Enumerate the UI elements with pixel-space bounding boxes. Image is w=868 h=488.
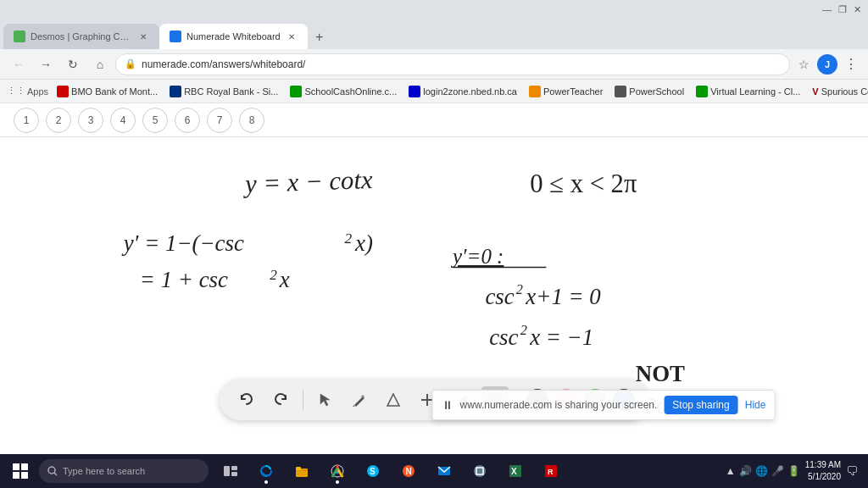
battery-icon[interactable]: 🔋 bbox=[787, 465, 800, 477]
toolbar-sep-1 bbox=[303, 390, 303, 410]
home-button[interactable]: ⌂ bbox=[88, 53, 112, 76]
skype-button[interactable]: S bbox=[356, 456, 390, 486]
svg-text:2: 2 bbox=[520, 322, 527, 338]
bookmark-spurious[interactable]: V Spurious Correlations bbox=[807, 85, 868, 98]
bookmark-powerteacher[interactable]: PowerTeacher bbox=[524, 84, 608, 99]
bookmark-favicon-bmo bbox=[57, 86, 69, 97]
svg-text:2: 2 bbox=[345, 230, 353, 247]
svg-text:NOT: NOT bbox=[636, 361, 685, 386]
chrome-active-dot bbox=[336, 480, 339, 484]
sharing-banner: ⏸ www.numerade.com is sharing your scree… bbox=[432, 390, 776, 420]
system-tray-icons: ▲ 🔊 🌐 🎤 🔋 bbox=[726, 465, 800, 477]
page-tab-4[interactable]: 4 bbox=[110, 108, 136, 133]
tab-favicon-desmos bbox=[14, 30, 25, 42]
lock-icon: 🔒 bbox=[125, 58, 136, 69]
bookmark-rbc[interactable]: RBC Royal Bank - Si... bbox=[164, 84, 283, 99]
app7-button[interactable] bbox=[463, 456, 497, 486]
page-tab-2[interactable]: 2 bbox=[46, 108, 71, 133]
chrome-button[interactable] bbox=[320, 456, 354, 486]
bookmark-login2zone[interactable]: login2zone.nbed.nb.ca bbox=[403, 84, 522, 99]
svg-rect-29 bbox=[21, 472, 28, 479]
taskview-button[interactable] bbox=[214, 456, 248, 486]
up-arrow-icon[interactable]: ▲ bbox=[726, 465, 736, 477]
tab-numerade[interactable]: Numerade Whiteboard ✕ bbox=[159, 24, 308, 49]
shapes-tool-button[interactable] bbox=[380, 386, 407, 413]
svg-text:R: R bbox=[548, 468, 554, 476]
pause-icon: ⏸ bbox=[442, 398, 453, 412]
svg-text:x): x) bbox=[354, 230, 373, 256]
menu-button[interactable]: ⋮ bbox=[841, 54, 861, 75]
page-tab-3[interactable]: 3 bbox=[78, 108, 103, 133]
svg-text:0 ≤ x < 2π: 0 ≤ x < 2π bbox=[530, 169, 637, 198]
redo-button[interactable] bbox=[267, 386, 294, 413]
undo-button[interactable] bbox=[233, 386, 260, 413]
notification-button[interactable]: 🗨 bbox=[846, 464, 858, 478]
bookmark-label-login2zone: login2zone.nbed.nb.ca bbox=[423, 86, 517, 97]
svg-rect-26 bbox=[13, 463, 19, 470]
bookmark-bmo[interactable]: BMO Bank of Mont... bbox=[52, 84, 163, 99]
sharing-text: www.numerade.com is sharing your screen. bbox=[460, 399, 658, 411]
app9-button[interactable]: R bbox=[534, 456, 568, 486]
tab-close-desmos[interactable]: ✕ bbox=[137, 30, 149, 42]
hide-button[interactable]: Hide bbox=[745, 399, 766, 411]
apps-bookmark[interactable]: ⋮⋮ Apps bbox=[7, 86, 48, 97]
page-tab-6[interactable]: 6 bbox=[175, 108, 200, 133]
svg-marker-19 bbox=[387, 394, 399, 406]
page-tab-8[interactable]: 8 bbox=[239, 108, 264, 133]
bookmark-schoolcash[interactable]: SchoolCashOnline.c... bbox=[285, 84, 402, 99]
address-text: numerade.com/answers/whiteboard/ bbox=[142, 58, 305, 70]
svg-text:2: 2 bbox=[270, 267, 277, 283]
stop-sharing-button[interactable]: Stop sharing bbox=[664, 396, 737, 414]
bookmark-powerschool[interactable]: PowerSchool bbox=[609, 84, 689, 99]
bookmark-virtuallearning[interactable]: Virtual Learning - Cl... bbox=[691, 84, 805, 99]
select-tool-button[interactable] bbox=[312, 386, 339, 413]
tab-favicon-numerade bbox=[170, 30, 181, 42]
close-btn[interactable]: ✕ bbox=[854, 4, 861, 15]
svg-text:2: 2 bbox=[516, 281, 523, 297]
tab-label-numerade: Numerade Whiteboard bbox=[186, 31, 281, 42]
profile-button[interactable]: J bbox=[817, 54, 837, 75]
svg-line-31 bbox=[54, 473, 57, 475]
page-tab-1[interactable]: 1 bbox=[14, 108, 39, 133]
taskbar-clock[interactable]: 11:39 AM 5/1/2020 bbox=[805, 459, 841, 483]
svg-text:x = −1: x = −1 bbox=[529, 324, 593, 350]
tab-close-numerade[interactable]: ✕ bbox=[286, 30, 298, 42]
forward-button[interactable]: → bbox=[34, 53, 58, 76]
minimize-btn[interactable]: — bbox=[822, 4, 832, 14]
svg-text:= 1 + csc: = 1 + csc bbox=[140, 267, 228, 292]
taskbar-search-box[interactable]: Type here to search bbox=[39, 459, 209, 483]
taskbar-apps: S N X bbox=[214, 456, 568, 486]
bookmark-favicon-rbc bbox=[170, 86, 181, 97]
address-bar[interactable]: 🔒 numerade.com/answers/whiteboard/ bbox=[115, 53, 790, 75]
network-icon[interactable]: 🌐 bbox=[755, 465, 768, 477]
edge-browser-button[interactable] bbox=[249, 456, 283, 486]
taskbar-date-display: 5/1/2020 bbox=[805, 471, 841, 483]
bookmark-label-virtuallearning: Virtual Learning - Cl... bbox=[710, 86, 800, 97]
svg-text:y′=0 :: y′=0 : bbox=[450, 245, 504, 268]
outlook-button[interactable] bbox=[427, 456, 461, 486]
refresh-button[interactable]: ↻ bbox=[61, 53, 85, 76]
page-tab-7[interactable]: 7 bbox=[207, 108, 232, 133]
start-button[interactable] bbox=[3, 456, 37, 486]
tab-desmos[interactable]: Desmos | Graphing Calculator ✕ bbox=[3, 24, 159, 49]
page-tabs: 1 2 3 4 5 6 7 8 bbox=[0, 103, 868, 137]
bookmark-star-button[interactable]: ☆ bbox=[793, 54, 814, 75]
apps-grid-icon: ⋮⋮ bbox=[7, 86, 25, 97]
back-button[interactable]: ← bbox=[7, 53, 31, 76]
microphone-icon[interactable]: 🎤 bbox=[771, 465, 784, 477]
app5-button[interactable]: N bbox=[392, 456, 426, 486]
page-tab-5[interactable]: 5 bbox=[142, 108, 168, 133]
window-controls[interactable]: — ❐ ✕ bbox=[822, 4, 861, 15]
bookmark-label-powerschool: PowerSchool bbox=[629, 86, 684, 97]
excel-button[interactable]: X bbox=[498, 456, 532, 486]
bookmarks-bar: ⋮⋮ Apps BMO Bank of Mont... RBC Royal Ba… bbox=[0, 80, 868, 103]
speaker-icon[interactable]: 🔊 bbox=[739, 465, 752, 477]
pen-tool-button[interactable] bbox=[346, 386, 373, 413]
svg-text:x: x bbox=[279, 267, 290, 292]
whiteboard[interactable]: y = x − cotx 0 ≤ x < 2π y′ = 1−(−csc 2 x… bbox=[0, 137, 868, 454]
svg-text:S: S bbox=[370, 467, 376, 476]
new-tab-button[interactable]: + bbox=[308, 25, 331, 49]
taskbar-time-display: 11:39 AM bbox=[805, 459, 841, 471]
restore-btn[interactable]: ❐ bbox=[838, 4, 847, 15]
file-explorer-button[interactable] bbox=[285, 456, 319, 486]
